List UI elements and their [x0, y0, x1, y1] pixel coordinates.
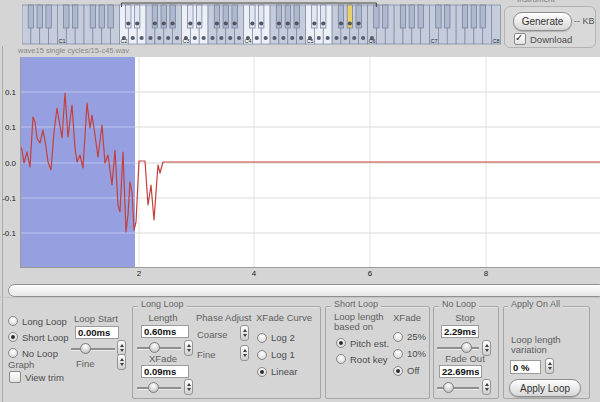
loop-mode-group: Long LoopShort LoopNo Loop [8, 313, 68, 361]
radio-root-key[interactable]: Root key [336, 351, 389, 367]
no-loop-title: No Loop [439, 299, 479, 309]
slider-thumb[interactable] [149, 342, 160, 353]
loop-length-variation-label: Loop length variation [511, 335, 561, 355]
view-trim-label: View trim [25, 372, 64, 383]
svg-text:C7: C7 [431, 38, 438, 44]
phase-adjust-label: Phase Adjust [196, 312, 251, 323]
xfade-stepper[interactable] [184, 379, 193, 395]
radio-button[interactable] [393, 349, 403, 359]
short-xfade-group: 25%10%Off [393, 328, 426, 379]
radio-button[interactable] [257, 350, 267, 360]
short-loop-title: Short Loop [331, 299, 381, 309]
window-left-edge [2, 46, 3, 402]
length-slider[interactable] [137, 342, 181, 353]
svg-text:C2: C2 [120, 38, 127, 44]
radio-off[interactable]: Off [393, 362, 426, 379]
slider-thumb[interactable] [80, 343, 91, 354]
stop-slider[interactable] [437, 342, 479, 353]
x-axis-label: 8 [484, 269, 488, 278]
download-label: Download [530, 34, 572, 45]
short-xfade-label: XFade [393, 312, 421, 323]
radio-label: Off [407, 365, 420, 376]
radio-button[interactable] [336, 354, 346, 364]
svg-text:C8: C8 [493, 38, 500, 44]
svg-text:C6: C6 [369, 38, 376, 44]
xfade-label: XFade [133, 353, 193, 364]
svg-text:C4: C4 [245, 38, 252, 44]
horizontal-scrollbar[interactable] [8, 284, 600, 297]
radio-10-[interactable]: 10% [393, 345, 426, 362]
view-trim-checkbox[interactable] [9, 371, 21, 383]
radio-button[interactable] [257, 333, 267, 343]
radio-button[interactable] [8, 316, 18, 326]
radio-label: Long Loop [22, 316, 67, 327]
xfade-curve-group: Log 2Log 1Linear [257, 329, 297, 380]
apply-on-all-title: Apply On All [508, 299, 563, 309]
generate-panel: Generate -- KB Download [504, 6, 596, 48]
radio-label: No Loop [22, 348, 58, 359]
variation-stepper[interactable] [545, 358, 554, 374]
radio-label: Linear [271, 366, 297, 377]
length-label: Length [133, 312, 193, 323]
xfade-slider[interactable] [137, 382, 181, 393]
slider-thumb[interactable] [461, 342, 472, 353]
xfade-field[interactable] [141, 365, 189, 378]
based-on-line2: based on [334, 322, 384, 332]
radio-button[interactable] [8, 348, 18, 358]
loop-start-slider[interactable] [71, 343, 115, 354]
fade-out-label: Fade Out [433, 353, 497, 364]
xfade-curve-label: XFade Curve [256, 312, 312, 323]
x-axis-label: 2 [137, 269, 141, 278]
y-axis-label: 0.1 [0, 123, 16, 132]
slider-thumb[interactable] [443, 382, 454, 393]
svg-text:C1: C1 [58, 38, 65, 44]
download-checkbox[interactable] [514, 33, 526, 45]
radio-label: Log 2 [271, 332, 295, 343]
fade-out-field[interactable] [439, 365, 482, 378]
radio-button[interactable] [257, 367, 267, 377]
y-axis-label: -0.1 [0, 194, 16, 203]
radio-pitch-est-[interactable]: Pitch est. [336, 335, 389, 351]
radio-log-2[interactable]: Log 2 [257, 329, 297, 346]
variation-line2: variation [511, 345, 561, 355]
radio-short-loop[interactable]: Short Loop [8, 329, 68, 345]
generate-button[interactable]: Generate [513, 12, 572, 31]
stop-label: Stop [433, 312, 497, 323]
app-window: { "generate": { "panel_label": "Instrume… [0, 0, 600, 402]
length-field[interactable] [141, 325, 189, 338]
keyboard[interactable]: C1C2C3C4C5C6C7C8 [22, 2, 504, 46]
svg-text:C3: C3 [182, 38, 189, 44]
coarse-label: Coarse [197, 329, 228, 340]
radio-25-[interactable]: 25% [393, 328, 426, 345]
view-trim-row: View trim [9, 371, 64, 383]
radio-linear[interactable]: Linear [257, 363, 297, 380]
graph-label: Graph [8, 359, 34, 370]
coarse-stepper[interactable] [240, 325, 249, 341]
radio-long-loop[interactable]: Long Loop [8, 313, 68, 329]
download-row: Download [514, 33, 572, 45]
phase-fine-stepper[interactable] [240, 345, 249, 361]
fine-label: Fine [76, 358, 94, 369]
radio-button[interactable] [393, 332, 403, 342]
waveform-plot[interactable] [20, 57, 600, 268]
radio-label: Short Loop [22, 332, 68, 343]
radio-button[interactable] [336, 338, 346, 348]
apply-loop-button[interactable]: Apply Loop [509, 379, 581, 397]
radio-label: Pitch est. [350, 338, 389, 349]
instrument-size-text: -- KB [574, 16, 595, 26]
slider-thumb[interactable] [148, 382, 159, 393]
stop-field[interactable] [441, 325, 479, 338]
radio-log-1[interactable]: Log 1 [257, 346, 297, 363]
loop-start-field[interactable] [75, 326, 119, 339]
long-loop-title: Long Loop [138, 299, 187, 309]
y-axis-label: 0.1 [0, 88, 16, 97]
radio-label: Log 1 [271, 349, 295, 360]
wave-file-title: wave15 single cycles/15-c45.wav [18, 46, 129, 55]
loop-length-based-on-label: Loop length based on [334, 312, 384, 332]
fade-out-stepper[interactable] [482, 379, 491, 395]
radio-button[interactable] [393, 366, 403, 376]
radio-button[interactable] [8, 332, 18, 342]
variation-field[interactable] [510, 360, 541, 374]
fade-out-slider[interactable] [437, 382, 479, 393]
fine-stepper[interactable] [117, 354, 126, 370]
